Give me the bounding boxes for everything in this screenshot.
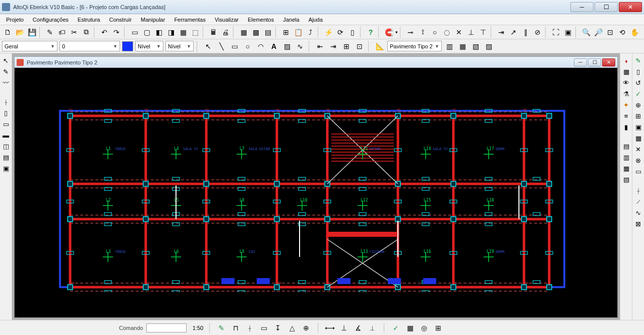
redo-icon[interactable]: ↷ [111,27,122,38]
menu-ferramentas[interactable]: Ferramentas [170,16,209,24]
detail-c-icon[interactable]: ▦ [621,163,631,173]
tool-f-icon[interactable]: ⬚ [190,27,201,38]
magnet-icon[interactable]: 🧲 [383,27,394,38]
edit-icon[interactable]: ✎ [44,27,55,38]
bolt-icon[interactable]: ⚡ [323,27,334,38]
tool-c-icon[interactable]: ◧ [153,27,164,38]
detail-b-icon[interactable]: ▥ [621,152,631,162]
open-icon[interactable]: 📂 [14,27,25,38]
sb-column-icon[interactable]: ⊓ [230,322,241,333]
detail-d-icon[interactable]: ▧ [621,174,631,184]
hatch-icon[interactable]: ▨ [281,41,292,52]
detail-a-icon[interactable]: ▤ [621,141,631,151]
cursor-icon[interactable]: ↖ [203,41,214,52]
doc-minimize-button[interactable]: ─ [574,58,587,66]
sb-pencil-icon[interactable]: ✎ [216,322,227,333]
pav-d-icon[interactable]: ▨ [483,41,494,52]
sb-dim1-icon[interactable]: ⟷ [324,322,335,333]
zoom-prev-icon[interactable]: ⟲ [617,27,628,38]
layer-combo[interactable]: Geral ▼ [2,41,57,51]
arc-icon[interactable]: ◠ [255,41,266,52]
snap-parallel-icon[interactable]: ∥ [520,27,531,38]
sb-node-icon[interactable]: ⊕ [301,322,312,333]
command-input[interactable] [146,323,187,332]
r2-f-icon[interactable]: ⊞ [633,111,643,121]
opening-icon[interactable]: ◫ [1,141,11,151]
tag-icon[interactable]: 🏷 [56,27,68,38]
snap-perp-icon[interactable]: ⊥ [465,27,477,38]
r2-e-icon[interactable]: ⊕ [633,100,643,110]
slab-icon[interactable]: ▭ [1,119,11,129]
zoom-in-icon[interactable]: 🔍 [580,27,592,38]
save-icon[interactable]: 💾 [26,27,37,38]
layer-icon[interactable]: ⬧ [621,55,631,65]
report-icon[interactable]: 📋 [292,27,304,38]
menu-elementos[interactable]: Elementos [244,16,278,24]
r2-i-icon[interactable]: ✕ [633,144,643,154]
zoom-extents-icon[interactable]: ▣ [562,27,573,38]
sb-load-icon[interactable]: ↧ [272,322,283,333]
view-icon[interactable]: 👁 [621,78,631,88]
zoom-out-icon[interactable]: 🔎 [593,27,604,38]
menu-manipular[interactable]: Manipular [137,16,169,24]
zoom-window-icon[interactable]: ⛶ [550,27,561,38]
page-icon[interactable]: ▯ [347,27,358,38]
calc-icon[interactable]: 🖩 [208,27,219,38]
dim2-icon[interactable]: ⇥ [328,41,339,52]
level-combo-1[interactable]: Nível ▼ [135,41,163,51]
r2-n-icon[interactable]: ∿ [633,208,643,218]
sb-slab-icon[interactable]: ▭ [258,322,269,333]
doc-maximize-button[interactable]: ☐ [588,58,601,66]
help-icon[interactable]: ? [365,27,376,38]
tool-d-icon[interactable]: ◨ [165,27,177,38]
sb-dim4-icon[interactable]: ⟂ [367,322,378,333]
r2-d-icon[interactable]: ✓ [633,89,643,99]
menu-construir[interactable]: Construir [105,16,136,24]
zoom-fit-icon[interactable]: ⊡ [605,27,616,38]
draw-icon[interactable]: ✎ [1,66,11,77]
drawing-canvas[interactable]: L1TÓRIOL4SALA TVL7SALA ESTARL11ESTARL14S… [14,68,618,318]
r2-l-icon[interactable]: ⟊ [633,185,643,195]
grid3-icon[interactable]: ▤ [262,27,273,38]
r2-o-icon[interactable]: ⊠ [633,219,643,229]
level-combo-2[interactable]: Nível ▼ [165,41,194,51]
new-icon[interactable]: 🗋 [2,27,13,38]
copy-icon[interactable]: ⧉ [81,27,92,38]
tool-b-icon[interactable]: ▢ [141,27,152,38]
snap-ext-icon[interactable]: ↗ [508,27,519,38]
polyline-icon[interactable]: ∿ [295,41,306,52]
sb-ortho-icon[interactable]: ⊞ [433,322,444,333]
select-icon[interactable]: ↖ [1,55,11,65]
menu-estrutura[interactable]: Estrutura [74,16,104,24]
snap-center-icon[interactable]: ○ [429,27,440,38]
column-icon[interactable]: ▯ [1,108,11,118]
foundation-icon[interactable]: ▣ [1,163,11,173]
doc-close-button[interactable]: ✕ [602,58,615,66]
dim4-icon[interactable]: ⊡ [354,41,365,52]
r2-c-icon[interactable]: ↺ [633,78,643,88]
tool-a-icon[interactable]: ▭ [129,27,140,38]
r2-b-icon[interactable]: ▯ [633,66,643,77]
maximize-button[interactable]: ☐ [595,2,618,12]
r2-k-icon[interactable]: ▭ [633,166,643,176]
snap-endpoint-icon[interactable]: ⊸ [405,27,416,38]
r2-a-icon[interactable]: ✎ [633,55,643,65]
node-icon[interactable]: ✦ [621,100,631,110]
circle-icon[interactable]: ○ [242,41,253,52]
dim-icon[interactable]: ⇤ [315,41,326,52]
menu-projeto[interactable]: Projeto [2,16,28,24]
sb-support-icon[interactable]: △ [286,322,298,333]
list-icon[interactable]: ≡ [621,111,631,121]
menu-visualizar[interactable]: Visualizar [211,16,243,24]
pan-icon[interactable]: ✋ [629,27,640,38]
rect-icon[interactable]: ▭ [229,41,240,52]
measure-icon[interactable]: 📐 [374,41,385,52]
r2-g-icon[interactable]: ▣ [633,122,643,132]
table-icon[interactable]: ⊞ [280,27,291,38]
sb-snap-icon[interactable]: ◎ [419,322,430,333]
beam-icon[interactable]: ⟊ [1,97,11,107]
cut-icon[interactable]: ✂ [69,27,80,38]
undo-icon[interactable]: ↶ [99,27,110,38]
pav-c-icon[interactable]: ▧ [470,41,481,52]
pav-b-icon[interactable]: ▦ [457,41,468,52]
